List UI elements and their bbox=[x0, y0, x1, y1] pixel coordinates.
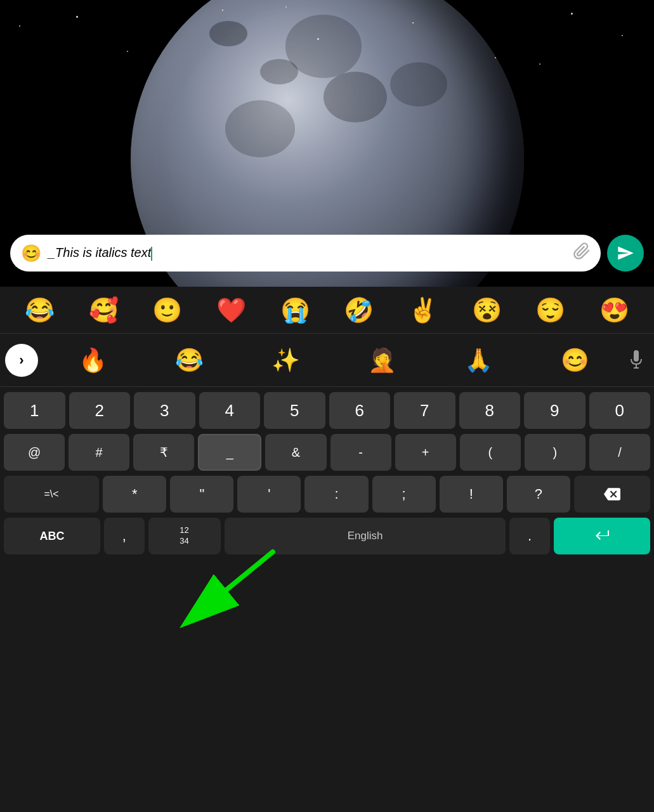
stars-graphic bbox=[0, 0, 654, 190]
emoji-suggest-1[interactable]: 😂 bbox=[25, 296, 55, 324]
key-close-paren[interactable]: ) bbox=[525, 434, 585, 471]
backspace-key[interactable] bbox=[574, 476, 650, 513]
sticker-smiling[interactable]: 😊 bbox=[527, 347, 624, 374]
key-colon[interactable]: : bbox=[304, 476, 368, 513]
emoji-suggest-8[interactable]: 😵 bbox=[472, 296, 502, 324]
message-bar: 😊 _This is italics text bbox=[10, 235, 644, 272]
emoji-suggest-10[interactable]: 😍 bbox=[599, 296, 629, 324]
sticker-facepalm[interactable]: 🤦 bbox=[334, 347, 431, 374]
keyboard: 1 2 3 4 5 6 7 8 9 0 @ # ₹ _ & - + ( ) / … bbox=[0, 387, 654, 812]
emoji-open-button[interactable]: 😊 bbox=[20, 242, 42, 264]
key-exclaim[interactable]: ! bbox=[440, 476, 503, 513]
key-9[interactable]: 9 bbox=[524, 392, 585, 429]
key-abc[interactable]: ABC bbox=[4, 518, 100, 554]
key-at[interactable]: @ bbox=[4, 434, 65, 471]
key-6[interactable]: 6 bbox=[329, 392, 391, 429]
key-question[interactable]: ? bbox=[507, 476, 570, 513]
input-container: 😊 _This is italics text bbox=[10, 235, 601, 272]
sticker-fire[interactable]: 🔥 bbox=[44, 347, 141, 374]
key-4[interactable]: 4 bbox=[199, 392, 261, 429]
message-input-text[interactable]: _This is italics text bbox=[48, 246, 566, 261]
sticker-star[interactable]: ✨ bbox=[237, 347, 334, 374]
key-3[interactable]: 3 bbox=[134, 392, 195, 429]
sticker-nav-arrow[interactable]: › bbox=[5, 344, 38, 377]
key-asterisk[interactable]: * bbox=[103, 476, 166, 513]
key-underscore[interactable]: _ bbox=[198, 434, 261, 471]
key-7[interactable]: 7 bbox=[394, 392, 455, 429]
key-comma[interactable]: , bbox=[104, 518, 144, 554]
emoji-suggest-7[interactable]: ✌️ bbox=[408, 296, 438, 324]
key-dquote[interactable]: " bbox=[170, 476, 233, 513]
send-button[interactable] bbox=[607, 235, 644, 272]
emoji-suggest-3[interactable]: 🙂 bbox=[152, 296, 182, 324]
emoji-suggest-2[interactable]: 🥰 bbox=[89, 296, 119, 324]
text-cursor bbox=[151, 247, 152, 261]
input-text-content: _This is italics text bbox=[48, 246, 151, 259]
key-period[interactable]: . bbox=[509, 518, 549, 554]
key-open-paren[interactable]: ( bbox=[460, 434, 521, 471]
key-minus[interactable]: - bbox=[330, 434, 391, 471]
svg-rect-0 bbox=[634, 350, 639, 362]
emoji-suggest-4[interactable]: ❤️ bbox=[216, 296, 246, 324]
key-equals[interactable]: =\< bbox=[4, 476, 99, 513]
key-0[interactable]: 0 bbox=[589, 392, 651, 429]
emoji-suggest-5[interactable]: 😭 bbox=[280, 296, 310, 324]
bottom-row: ABC , 1234 English . bbox=[4, 518, 650, 554]
key-8[interactable]: 8 bbox=[459, 392, 521, 429]
sticker-pray[interactable]: 🙏 bbox=[431, 347, 527, 374]
emoji-suggest-6[interactable]: 🤣 bbox=[344, 296, 374, 324]
mic-button[interactable] bbox=[624, 348, 649, 373]
key-plus[interactable]: + bbox=[395, 434, 456, 471]
key-hash[interactable]: # bbox=[69, 434, 129, 471]
symbols-row-1: @ # ₹ _ & - + ( ) / bbox=[4, 434, 650, 471]
emoji-suggestion-bar: 😂 🥰 🙂 ❤️ 😭 🤣 ✌️ 😵 😌 😍 bbox=[0, 287, 654, 334]
key-slash[interactable]: / bbox=[589, 434, 650, 471]
key-1[interactable]: 1 bbox=[4, 392, 65, 429]
key-semicolon[interactable]: ; bbox=[372, 476, 436, 513]
key-rupee[interactable]: ₹ bbox=[133, 434, 194, 471]
emoji-suggest-9[interactable]: 😌 bbox=[535, 296, 565, 324]
sticker-row: › 🔥 😂 ✨ 🤦 🙏 😊 bbox=[0, 334, 654, 387]
key-5[interactable]: 5 bbox=[264, 392, 325, 429]
symbols-row-2: =\< * " ' : ; ! ? bbox=[4, 476, 650, 513]
key-squote[interactable]: ' bbox=[237, 476, 301, 513]
key-enter[interactable] bbox=[554, 518, 650, 554]
key-ampersand[interactable]: & bbox=[265, 434, 326, 471]
number-row: 1 2 3 4 5 6 7 8 9 0 bbox=[4, 392, 650, 429]
key-2[interactable]: 2 bbox=[69, 392, 131, 429]
attachment-button[interactable] bbox=[573, 242, 591, 264]
sticker-laugh[interactable]: 😂 bbox=[141, 347, 237, 374]
key-space[interactable]: English bbox=[225, 518, 506, 554]
key-numbers-switch[interactable]: 1234 bbox=[148, 518, 221, 554]
